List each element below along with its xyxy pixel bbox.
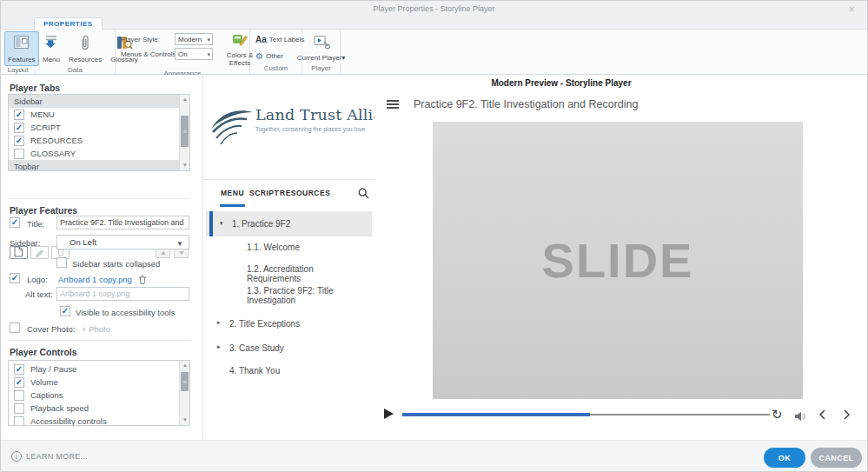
play-pause-checkbox[interactable] bbox=[14, 364, 24, 375]
list-item-captions[interactable]: Captions bbox=[9, 389, 189, 402]
player-tabs-scrollbar[interactable]: ▲ ≡ ▼ bbox=[179, 95, 189, 170]
scroll-down-icon[interactable]: ▼ bbox=[180, 415, 190, 425]
divider bbox=[203, 179, 374, 180]
tab-script[interactable]: SCRIPT bbox=[249, 189, 279, 197]
player-controls-list: Play / Pause Volume Captions Playback sp… bbox=[8, 360, 190, 426]
selected-indicator bbox=[209, 211, 213, 236]
list-item-playback-speed[interactable]: Playback speed bbox=[9, 402, 189, 415]
preview-sidebar: Land Trust Alliance Together, conserving… bbox=[203, 75, 374, 440]
sidebar-select-value: On Left bbox=[70, 237, 96, 247]
new-tab-button[interactable] bbox=[10, 246, 28, 259]
other-label: Other bbox=[266, 52, 283, 60]
cancel-button[interactable]: CANCEL bbox=[811, 448, 862, 468]
edit-tab-button[interactable] bbox=[30, 246, 49, 259]
features-button[interactable]: Features bbox=[4, 31, 39, 66]
scroll-thumb[interactable]: ≡ bbox=[181, 372, 189, 391]
preview-main: Modern Preview - Storyline Player Practi… bbox=[374, 75, 868, 440]
title-input[interactable] bbox=[56, 216, 189, 229]
previous-slide-icon[interactable] bbox=[818, 409, 827, 424]
paperclip-icon bbox=[79, 34, 91, 55]
tab-resources[interactable]: RESOURCES bbox=[280, 189, 330, 197]
sidebar-select[interactable]: On Left ▼ bbox=[56, 235, 189, 249]
add-photo-link[interactable]: + Photo bbox=[82, 324, 110, 334]
menus-controls-dropdown[interactable]: On ▾ bbox=[175, 48, 213, 60]
sidebar-collapsed-checkbox[interactable] bbox=[56, 257, 67, 268]
glossary-checkbox[interactable] bbox=[14, 149, 24, 159]
player-controls-scrollbar[interactable]: ▲ ≡ ▼ bbox=[179, 361, 189, 425]
play-button[interactable] bbox=[384, 409, 394, 419]
menu-icon bbox=[43, 34, 59, 55]
learn-more-link[interactable]: i LEARN MORE... bbox=[11, 451, 88, 462]
list-item-menu[interactable]: MENU bbox=[9, 108, 189, 121]
script-checkbox[interactable] bbox=[14, 123, 24, 133]
volume-checkbox[interactable] bbox=[14, 377, 24, 388]
resources-checkbox[interactable] bbox=[14, 136, 24, 146]
list-item-resources[interactable]: RESOURCES bbox=[9, 134, 189, 147]
title-label: Title: bbox=[27, 219, 44, 229]
sidebar-group-header: Sidebar bbox=[9, 95, 189, 108]
cover-photo-checkbox[interactable] bbox=[10, 322, 20, 333]
current-player-icon bbox=[313, 34, 330, 53]
ribbon-group-player: Current Player▾ Player bbox=[302, 30, 341, 74]
up-arrow-icon bbox=[161, 251, 166, 255]
search-icon[interactable] bbox=[358, 187, 369, 203]
scroll-thumb[interactable]: ≡ bbox=[181, 116, 189, 147]
list-item-glossary[interactable]: GLOSSARY bbox=[9, 147, 189, 160]
close-icon[interactable]: × bbox=[848, 3, 855, 16]
slide-placeholder-text: SLIDE bbox=[542, 232, 694, 289]
player-group-label: Player bbox=[302, 64, 340, 74]
scroll-up-icon[interactable]: ▲ bbox=[180, 95, 190, 104]
volume-icon[interactable] bbox=[794, 409, 807, 425]
alt-text-input[interactable] bbox=[56, 287, 189, 301]
ribbon-group-appearance: Player Style: Modern ▾ Menus & Controls:… bbox=[116, 30, 250, 74]
captions-checkbox[interactable] bbox=[14, 390, 24, 401]
logo-label: Logo: bbox=[27, 275, 48, 284]
seekbar[interactable] bbox=[402, 413, 770, 416]
aa-icon: Aa bbox=[255, 35, 267, 44]
menu-item-practice-9f2[interactable]: ▾ 1. Practice 9F2 bbox=[206, 211, 372, 236]
topbar-group-header: Topbar bbox=[9, 160, 189, 171]
list-item-accessibility-controls[interactable]: Accessibility controls bbox=[9, 415, 189, 426]
collapsed-triangle-icon[interactable]: ▸ bbox=[217, 343, 221, 350]
land-trust-swoosh-icon bbox=[210, 106, 254, 151]
menu-checkbox[interactable] bbox=[14, 110, 24, 120]
scroll-down-icon[interactable]: ▼ bbox=[180, 161, 190, 170]
title-checkbox[interactable] bbox=[10, 217, 20, 228]
gear-icon: ⚙ bbox=[255, 51, 263, 61]
menu-button[interactable]: Menu bbox=[39, 31, 63, 66]
playback-speed-checkbox[interactable] bbox=[14, 403, 24, 414]
active-tab-underline bbox=[220, 204, 245, 207]
chevron-down-icon: ▾ bbox=[207, 51, 210, 58]
accessibility-controls-checkbox[interactable] bbox=[14, 416, 24, 427]
scroll-up-icon[interactable]: ▲ bbox=[180, 361, 190, 370]
player-features-title: Player Features bbox=[10, 205, 77, 216]
accessibility-visible-label: Visible to accessibility tools bbox=[76, 308, 175, 317]
list-item-play-pause[interactable]: Play / Pause bbox=[9, 362, 189, 376]
player-style-value: Modern bbox=[178, 36, 202, 43]
current-player-button[interactable]: Current Player▾ bbox=[294, 31, 349, 64]
collapsed-triangle-icon[interactable]: ▸ bbox=[217, 319, 221, 326]
list-item-script[interactable]: SCRIPT bbox=[9, 121, 189, 134]
replay-icon[interactable]: ↻ bbox=[772, 407, 783, 422]
logo-checkbox[interactable] bbox=[10, 273, 20, 283]
resources-button[interactable]: Resources bbox=[65, 31, 105, 66]
sidebar-label: Sidebar: bbox=[10, 238, 40, 248]
ok-button[interactable]: OK bbox=[764, 448, 805, 468]
player-controls-title: Player Controls bbox=[10, 347, 77, 357]
ribbon-tab-strip: PROPERTIES bbox=[1, 17, 867, 30]
list-item-volume[interactable]: Volume bbox=[9, 376, 189, 389]
accessibility-visible-checkbox[interactable] bbox=[60, 306, 70, 316]
preview-header: Modern Preview - Storyline Player bbox=[374, 78, 748, 88]
logo-file-link[interactable]: Artboard 1 copy.png bbox=[58, 275, 132, 284]
tab-properties[interactable]: PROPERTIES bbox=[34, 17, 103, 30]
expanded-triangle-icon[interactable]: ▾ bbox=[220, 220, 223, 227]
ribbon: Features Layout Menu Resources bbox=[1, 30, 867, 75]
next-slide-icon[interactable] bbox=[842, 409, 851, 424]
window-title: Player Properties - Storyline Player bbox=[1, 4, 867, 13]
player-style-dropdown[interactable]: Modern ▾ bbox=[175, 33, 213, 45]
player-properties-dialog: Player Properties - Storyline Player × P… bbox=[0, 0, 868, 472]
hamburger-icon[interactable] bbox=[387, 100, 399, 110]
tab-menu[interactable]: MENU bbox=[221, 189, 244, 197]
sidebar-collapsed-label: Sidebar starts collapsed bbox=[72, 259, 160, 269]
divider bbox=[8, 198, 190, 199]
